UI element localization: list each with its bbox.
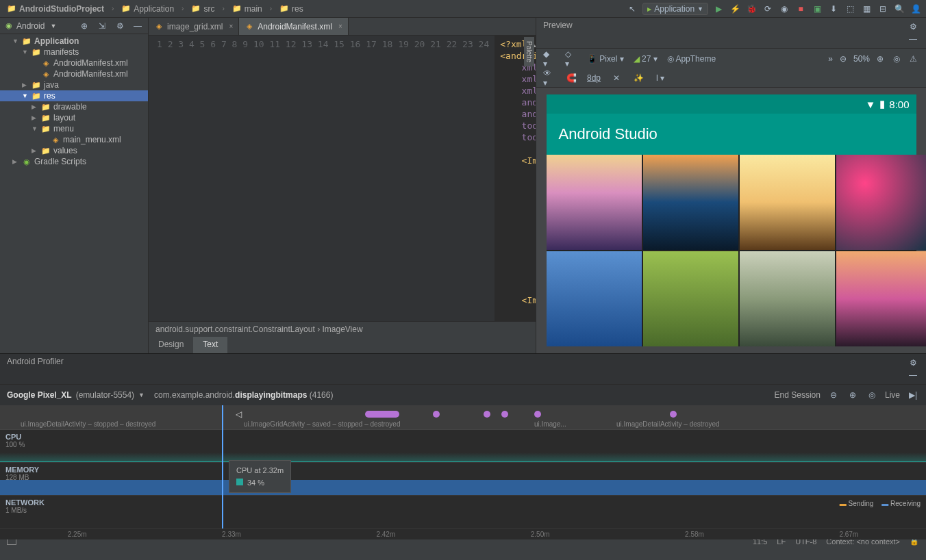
module-icon: 📁	[22, 36, 32, 46]
tree-menu[interactable]: ▼📁menu	[0, 123, 148, 134]
network-track[interactable]: NETWORK1 MB/s ▬ Sending▬ Receiving	[0, 496, 926, 529]
folder-icon: 📁	[41, 146, 51, 155]
hide-icon[interactable]: —	[907, 369, 919, 381]
tree-res[interactable]: ▼📁res	[0, 90, 148, 101]
avd-manager-icon[interactable]: ▣	[811, 3, 823, 15]
structure-icon[interactable]: ⊟	[877, 3, 889, 15]
android-icon: ◉	[4, 21, 14, 31]
tree-app[interactable]: ▼📁Application	[0, 36, 148, 47]
attach-debugger-button[interactable]: ◉	[778, 3, 790, 15]
gear-icon[interactable]: ⚙	[907, 21, 919, 33]
layers-icon[interactable]: ◆ ▾	[543, 53, 555, 65]
run-button[interactable]: ▶	[712, 3, 725, 15]
user-icon[interactable]: 👤	[910, 3, 922, 15]
editor-breadcrumb[interactable]: android.support.constraint.ConstraintLay…	[149, 321, 536, 337]
hide-icon[interactable]: —	[907, 33, 919, 45]
magnet-icon[interactable]: 🧲	[565, 72, 577, 84]
clear-constraints-icon[interactable]: ✕	[610, 72, 623, 84]
preview-image	[836, 155, 927, 250]
tree-manifest-file[interactable]: ◈AndroidManifest.xml	[0, 58, 148, 68]
zoom-in-icon[interactable]: ⊕	[874, 53, 886, 65]
layout-inspector-icon[interactable]: ⬚	[844, 3, 856, 15]
chevron-down-icon[interactable]: ▼	[138, 392, 145, 398]
scroll-from-source-icon[interactable]: ⊕	[78, 20, 90, 32]
event-label: ui.ImageDetailActivity – destroyed	[616, 420, 720, 428]
folder-icon: 📁	[41, 102, 51, 112]
device-selector[interactable]: 📱 Pixel ▾	[587, 54, 624, 64]
design-tab[interactable]: Design	[149, 337, 193, 353]
profiler-device[interactable]: Google Pixel_XL	[7, 390, 72, 400]
gear-icon[interactable]: ⚙	[907, 357, 919, 369]
infer-constraints-icon[interactable]: ✨	[632, 72, 645, 84]
stop-button[interactable]: ■	[794, 3, 807, 15]
preview-appbar: Android Studio	[547, 114, 916, 155]
profiler-timeline[interactable]: ◁ ui.ImageDetailActivity – stopped – des…	[0, 405, 926, 539]
project-tree[interactable]: ▼📁Application ▼📁manifests ◈AndroidManife…	[0, 34, 148, 353]
tree-manifest-file[interactable]: ◈AndroidManifest.xml	[0, 68, 148, 79]
preview-grid	[547, 155, 916, 346]
view-options-icon[interactable]: 👁 ▾	[543, 72, 555, 84]
default-margin[interactable]: 8dp	[587, 73, 601, 83]
profile-button[interactable]: ⟳	[762, 3, 774, 15]
folder-icon: 📁	[41, 113, 51, 123]
orientation-icon[interactable]: ◇ ▾	[565, 53, 577, 65]
live-button[interactable]: Live	[885, 390, 900, 400]
close-icon[interactable]: ×	[229, 23, 233, 30]
zoom-in-icon[interactable]: ⊕	[847, 389, 859, 401]
preview-image	[643, 251, 738, 346]
pack-icon[interactable]: I ▾	[654, 72, 666, 84]
tree-values[interactable]: ▶📁values	[0, 145, 148, 156]
chevron-right-icon: ›	[112, 5, 114, 12]
tab-image-grid[interactable]: ◈image_grid.xml×	[149, 18, 239, 35]
zoom-fit-icon[interactable]: ◎	[890, 53, 903, 65]
hide-icon[interactable]: —	[132, 20, 144, 32]
battery-icon: ▮	[879, 98, 885, 110]
theme-selector[interactable]: ◎ AppTheme	[667, 54, 716, 64]
palette-tab[interactable]: Palette	[524, 37, 534, 66]
resource-manager-icon[interactable]: ▦	[860, 3, 873, 15]
code-editor[interactable]: <?xml version="1.0" encoding="utf-8"?> <…	[495, 36, 536, 321]
breadcrumb-res[interactable]: 📁res	[277, 3, 306, 15]
settings-icon[interactable]: ⚙	[114, 20, 126, 32]
run-config-selector[interactable]: ▸Application▼	[642, 3, 708, 15]
search-icon[interactable]: 🔍	[893, 3, 905, 15]
xml-file-icon: ◈	[245, 22, 254, 31]
preview-image	[836, 251, 927, 346]
tree-java[interactable]: ▶📁java	[0, 79, 148, 90]
api-selector[interactable]: ◢ 27 ▾	[634, 54, 658, 64]
end-session-button[interactable]: End Session	[775, 390, 821, 400]
apply-changes-button[interactable]: ⚡	[729, 3, 741, 15]
go-live-icon[interactable]: ▶|	[907, 389, 919, 401]
sync-icon[interactable]: ↖	[626, 3, 638, 15]
gradle-icon: ◉	[22, 157, 32, 166]
zoom-out-icon[interactable]: ⊖	[827, 389, 840, 401]
tree-drawable[interactable]: ▶📁drawable	[0, 101, 148, 112]
memory-track[interactable]: MEMORY128 MB	[0, 463, 926, 496]
playhead[interactable]	[222, 405, 223, 529]
editor-area: ◈image_grid.xml× ◈AndroidManifest.xml× 1…	[149, 18, 536, 353]
more-icon[interactable]: »	[828, 54, 833, 64]
reset-zoom-icon[interactable]: ◎	[866, 389, 878, 401]
breadcrumb-src[interactable]: 📁src	[188, 3, 217, 15]
debug-button[interactable]: 🐞	[745, 3, 758, 15]
text-tab[interactable]: Text	[193, 337, 227, 353]
sdk-manager-icon[interactable]: ⬇	[827, 3, 840, 15]
zoom-out-icon[interactable]: ⊖	[837, 53, 849, 65]
cpu-track[interactable]: CPU100 %	[0, 430, 926, 463]
tree-layout[interactable]: ▶📁layout	[0, 112, 148, 123]
tree-manifests[interactable]: ▼📁manifests	[0, 47, 148, 58]
gutter[interactable]: 1 2 3 4 5 6 7 8 9 10 11 12 13 14 15 16 1…	[149, 36, 495, 321]
profiler-panel: Android Profiler⚙ — Google Pixel_XL (emu…	[0, 353, 926, 533]
tab-manifest[interactable]: ◈AndroidManifest.xml×	[239, 18, 349, 35]
preview-pane: Preview⚙ — Palette ◆ ▾ ◇ ▾ 📱 Pixel ▾ ◢ 2…	[536, 18, 926, 353]
breadcrumb-main[interactable]: 📁main	[229, 3, 265, 15]
warnings-icon[interactable]: ⚠	[907, 53, 919, 65]
breadcrumb-project[interactable]: 📁AndroidStudioProject	[4, 3, 107, 15]
close-icon[interactable]: ×	[338, 23, 342, 30]
tree-main-menu[interactable]: ◈main_menu.xml	[0, 134, 148, 145]
collapse-all-icon[interactable]: ⇲	[96, 20, 108, 32]
project-view-selector[interactable]: ◉Android▼	[4, 21, 56, 31]
breadcrumb-app[interactable]: 📁Application	[118, 3, 177, 15]
profiler-tooltip: CPU at 2.32m 34 %	[229, 460, 291, 493]
tree-gradle[interactable]: ▶◉Gradle Scripts	[0, 156, 148, 167]
